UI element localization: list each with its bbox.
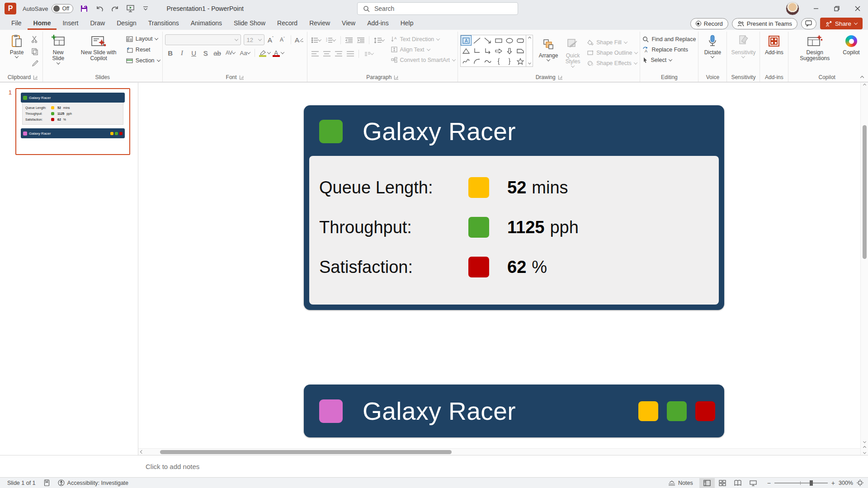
close-button[interactable] (847, 0, 868, 17)
find-and-replace-button[interactable]: Find and Replace (642, 35, 696, 43)
replace-fonts-button[interactable]: A Replace Fonts (642, 45, 696, 54)
convert-to-smartart-button[interactable]: Convert to SmartArt (391, 56, 455, 64)
new-slide-button[interactable]: New Slide (45, 32, 71, 65)
tab-insert[interactable]: Insert (57, 17, 84, 30)
character-spacing-button[interactable]: AV (224, 48, 237, 58)
restore-button[interactable] (826, 0, 847, 17)
italic-button[interactable]: I (177, 48, 188, 58)
tab-help[interactable]: Help (395, 17, 420, 30)
shrink-font-button[interactable]: Aˇ (277, 35, 288, 45)
redo-button[interactable] (110, 4, 119, 13)
zoom-slider[interactable] (774, 480, 828, 486)
present-in-teams-button[interactable]: Present in Teams (732, 18, 797, 29)
dictate-button[interactable]: Dictate (701, 32, 724, 58)
record-button[interactable]: Record (690, 18, 728, 29)
clipboard-dialog-launcher[interactable] (33, 75, 38, 80)
slide-sorter-view-button[interactable] (715, 478, 730, 488)
font-name-combo[interactable] (165, 34, 241, 45)
paste-button[interactable]: Paste (5, 32, 28, 58)
increase-indent-button[interactable] (355, 35, 366, 45)
layout-button[interactable]: Layout (126, 34, 160, 43)
tab-animations[interactable]: Animations (185, 17, 228, 30)
vertical-scrollbar-thumb[interactable] (863, 125, 867, 259)
shape-effects-button[interactable]: Shape Effects (587, 59, 637, 67)
text-highlight-button[interactable] (258, 48, 270, 58)
new-slide-with-copilot-button[interactable]: New Slide with Copilot (72, 32, 125, 62)
text-shadow-button[interactable]: S (200, 48, 211, 58)
shape-arrow-icon[interactable] (482, 35, 493, 46)
shape-curve-icon[interactable] (482, 56, 493, 66)
shape-rounded-rectangle-icon[interactable] (515, 35, 526, 46)
line-spacing-button[interactable] (372, 35, 387, 45)
align-left-button[interactable] (310, 49, 321, 59)
slide-show-button[interactable] (745, 478, 761, 488)
design-suggestions-button[interactable]: Design Suggestions (791, 32, 839, 62)
strikethrough-button[interactable]: ab (212, 48, 223, 58)
zoom-level[interactable]: 300% (839, 480, 853, 486)
zoom-out-button[interactable]: − (767, 479, 771, 487)
shape-right-arrow-icon[interactable] (493, 46, 504, 56)
tab-draw[interactable]: Draw (84, 17, 111, 30)
shape-scribble-icon[interactable] (461, 56, 472, 66)
tab-record[interactable]: Record (271, 17, 303, 30)
underline-button[interactable]: U (189, 48, 199, 58)
reading-view-button[interactable] (730, 478, 745, 488)
start-slideshow-button[interactable] (126, 4, 135, 13)
previous-slide-button[interactable] (863, 446, 866, 449)
tab-slide-show[interactable]: Slide Show (228, 17, 271, 30)
normal-view-button[interactable] (699, 478, 715, 488)
copy-button[interactable] (29, 47, 40, 56)
scroll-down-button[interactable] (863, 440, 866, 443)
copilot-button[interactable]: Copilot (840, 32, 863, 56)
shapes-gallery-scroll[interactable] (526, 35, 533, 67)
shape-fill-button[interactable]: Shape Fill (587, 38, 637, 47)
next-slide-button[interactable] (863, 451, 866, 454)
notes-pane[interactable]: Click to add notes (0, 455, 868, 477)
bullets-button[interactable] (310, 35, 323, 45)
undo-button[interactable] (95, 4, 104, 13)
cut-button[interactable] (29, 34, 40, 44)
slide-canvas[interactable]: Galaxy Racer Queue Length: 52 mins Throu… (138, 83, 860, 455)
tab-file[interactable]: File (5, 17, 28, 30)
shape-outline-button[interactable]: Shape Outline (587, 48, 637, 57)
tab-view[interactable]: View (336, 17, 361, 30)
shape-right-brace-icon[interactable] (504, 56, 515, 66)
shape-elbow-connector-icon[interactable] (472, 46, 482, 56)
save-button[interactable] (80, 4, 89, 13)
clear-formatting-button[interactable]: A (294, 35, 305, 45)
numbering-button[interactable]: 12 (324, 35, 338, 45)
section-button[interactable]: Section (126, 56, 160, 65)
reset-button[interactable]: Reset (126, 45, 160, 54)
shape-line-icon[interactable] (472, 35, 482, 46)
shape-snip-corner-rectangle-icon[interactable] (515, 46, 526, 56)
select-button[interactable]: Select (642, 56, 696, 64)
accessibility-checker-button[interactable]: Accessibility: Investigate (58, 479, 128, 486)
zoom-in-button[interactable]: + (831, 479, 835, 487)
shape-star-icon[interactable] (515, 56, 526, 66)
shape-down-arrow-icon[interactable] (504, 46, 515, 56)
fit-to-window-button[interactable] (857, 479, 863, 486)
shape-oval-icon[interactable] (504, 35, 515, 46)
addins-button[interactable]: Add-ins (762, 32, 786, 56)
text-direction-button[interactable]: A Text Direction (391, 35, 455, 43)
spell-check-button[interactable] (44, 479, 50, 486)
zoom-slider-thumb[interactable] (810, 480, 813, 486)
sensitivity-button[interactable]: Sensitivity (729, 32, 757, 58)
share-button[interactable]: Share (820, 18, 863, 29)
align-text-button[interactable]: Align Text (391, 45, 455, 54)
columns-button[interactable] (362, 49, 376, 59)
tab-add-ins[interactable]: Add-ins (361, 17, 394, 30)
shape-text-box-icon[interactable]: A (461, 35, 472, 46)
align-center-button[interactable] (321, 49, 332, 59)
shape-elbow-arrow-connector-icon[interactable] (482, 46, 493, 56)
justify-button[interactable] (345, 49, 356, 59)
comments-button[interactable] (801, 18, 816, 29)
tab-design[interactable]: Design (111, 17, 142, 30)
tab-home[interactable]: Home (28, 17, 57, 30)
font-dialog-launcher[interactable] (240, 75, 244, 80)
vertical-scrollbar[interactable] (860, 83, 868, 455)
align-right-button[interactable] (333, 49, 344, 59)
font-color-button[interactable]: A (271, 48, 284, 58)
quick-styles-button[interactable]: Quick Styles (561, 35, 585, 68)
decrease-indent-button[interactable] (344, 35, 354, 45)
